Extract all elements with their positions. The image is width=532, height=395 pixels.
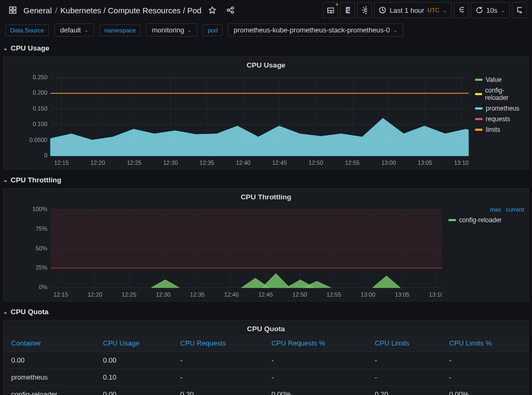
svg-text:13:10: 13:10 xyxy=(429,291,442,298)
var-namespace-select[interactable]: monitoring ⌄ xyxy=(146,23,197,37)
star-icon[interactable] xyxy=(205,3,220,18)
col-container[interactable]: Container xyxy=(4,335,96,352)
svg-text:100%: 100% xyxy=(32,206,47,212)
svg-text:12:20: 12:20 xyxy=(90,159,105,166)
caret-down-icon: ⌄ xyxy=(3,309,7,315)
legend-item-config-reloader[interactable]: config-reloader xyxy=(448,215,524,225)
template-variables-row: Data Source default ⌄ namespace monitori… xyxy=(0,20,532,42)
dashboard-grid-icon[interactable] xyxy=(5,3,20,18)
chevron-down-icon: ⌄ xyxy=(443,7,447,13)
svg-text:12:25: 12:25 xyxy=(122,291,137,298)
cpu-quota-table: Container CPU Usage CPU Requests CPU Req… xyxy=(4,335,528,395)
var-pod-label: pod xyxy=(203,24,222,36)
svg-line-9 xyxy=(229,11,231,12)
col-cpu-limits[interactable]: CPU Limits xyxy=(367,335,442,352)
caret-down-icon: ⌄ xyxy=(3,45,7,51)
svg-rect-13 xyxy=(347,7,350,9)
legend-item-requests[interactable]: requests xyxy=(475,114,524,124)
svg-text:0.100: 0.100 xyxy=(32,121,47,127)
legend-item-prometheus[interactable]: prometheus xyxy=(475,103,524,114)
table-cell: - xyxy=(367,369,442,386)
legend-item-value[interactable]: Value xyxy=(475,74,524,85)
time-range-picker[interactable]: Last 1 hour UTC ⌄ xyxy=(374,2,452,18)
var-namespace-value: monitoring xyxy=(152,26,184,34)
settings-gear-icon[interactable] xyxy=(357,2,372,18)
var-pod-select[interactable]: prometheus-kube-prometheus-stack-prometh… xyxy=(228,23,403,37)
table-cell: - xyxy=(442,369,528,386)
svg-rect-1 xyxy=(13,7,16,10)
table-cell: - xyxy=(367,352,442,369)
cpu-usage-chart[interactable]: 00.05000.1000.1500.2000.25012:1512:2012:… xyxy=(4,71,471,169)
caret-down-icon: ⌄ xyxy=(3,177,7,183)
svg-text:13:00: 13:00 xyxy=(381,159,396,166)
timezone-label: UTC xyxy=(427,7,439,13)
breadcrumb-folder[interactable]: General xyxy=(23,6,52,15)
svg-text:25%: 25% xyxy=(36,264,47,271)
legend-col-current[interactable]: current xyxy=(506,206,524,213)
svg-text:13:05: 13:05 xyxy=(395,291,410,298)
panel-cpu-usage-title: CPU Usage xyxy=(4,57,528,71)
var-datasource-select[interactable]: default ⌄ xyxy=(54,23,94,37)
svg-text:0.150: 0.150 xyxy=(32,105,47,112)
table-cell: 0.00% xyxy=(264,386,367,396)
svg-line-8 xyxy=(229,9,231,10)
svg-text:0.250: 0.250 xyxy=(32,74,47,80)
legend-col-max[interactable]: max xyxy=(490,206,501,213)
table-cell: config-reloader xyxy=(4,386,96,396)
table-cell: - xyxy=(442,352,528,369)
row-cpu-throttling-header[interactable]: ⌄ CPU Throttling xyxy=(0,174,532,186)
refresh-interval: 10s xyxy=(486,6,497,14)
col-cpu-requests[interactable]: CPU Requests xyxy=(173,335,264,352)
tv-mode-icon[interactable] xyxy=(512,2,527,18)
var-namespace-label: namespace xyxy=(99,24,140,36)
breadcrumb-dashboard[interactable]: Kubernetes / Compute Resources / Pod xyxy=(61,6,202,15)
cpu-throttling-legend: max current config-reloader xyxy=(444,203,528,301)
table-cell: 0.00% xyxy=(442,386,528,396)
col-cpu-requests-pct[interactable]: CPU Requests % xyxy=(264,335,367,352)
svg-text:75%: 75% xyxy=(36,225,47,232)
table-row: 0.000.00---- xyxy=(4,352,528,369)
breadcrumb-sep: / xyxy=(55,6,57,15)
toolbar-right: Last 1 hour UTC ⌄ 10s ⌄ xyxy=(323,2,527,18)
svg-text:13:00: 13:00 xyxy=(361,291,376,298)
row-cpu-quota-header[interactable]: ⌄ CPU Quota xyxy=(0,306,532,318)
refresh-picker[interactable]: 10s ⌄ xyxy=(471,2,510,18)
svg-text:12:15: 12:15 xyxy=(53,291,68,298)
panel-cpu-throttling-title: CPU Throttling xyxy=(4,189,528,203)
table-cell: 0.00 xyxy=(96,386,173,396)
svg-rect-14 xyxy=(347,11,350,13)
save-icon[interactable] xyxy=(340,2,355,18)
col-cpu-limits-pct[interactable]: CPU Limits % xyxy=(442,335,528,352)
table-cell: - xyxy=(173,369,264,386)
panel-cpu-throttling: CPU Throttling 0%25%50%75%100%12:1512:20… xyxy=(3,188,529,301)
table-cell: 0.00 xyxy=(4,352,96,369)
legend-item-config-reloader[interactable]: config-reloader xyxy=(475,85,524,103)
zoom-out-icon[interactable] xyxy=(454,2,469,18)
svg-text:0: 0 xyxy=(44,152,47,158)
svg-text:13:10: 13:10 xyxy=(454,159,469,166)
legend-item-limits[interactable]: limits xyxy=(475,124,524,135)
chevron-down-icon: ⌄ xyxy=(393,27,397,33)
add-panel-icon[interactable] xyxy=(323,2,338,18)
svg-text:12:45: 12:45 xyxy=(272,159,287,166)
svg-text:0%: 0% xyxy=(39,284,47,290)
var-pod-value: prometheus-kube-prometheus-stack-prometh… xyxy=(234,26,389,34)
svg-text:0.0500: 0.0500 xyxy=(29,137,47,143)
time-range-label: Last 1 hour xyxy=(389,6,424,14)
var-datasource-label: Data Source xyxy=(5,24,49,36)
row-cpu-usage-header[interactable]: ⌄ CPU Usage xyxy=(0,42,532,54)
cpu-throttling-chart[interactable]: 0%25%50%75%100%12:1512:2012:2512:3012:35… xyxy=(4,203,444,301)
table-cell: 0.00 xyxy=(96,352,173,369)
panel-cpu-usage: CPU Usage 00.05000.1000.1500.2000.25012:… xyxy=(3,56,529,170)
svg-text:12:15: 12:15 xyxy=(54,159,69,166)
table-cell: - xyxy=(264,352,367,369)
svg-text:12:25: 12:25 xyxy=(127,159,142,166)
panel-cpu-quota: CPU Quota Container CPU Usage CPU Reques… xyxy=(3,320,529,395)
svg-text:12:30: 12:30 xyxy=(163,159,178,166)
share-icon[interactable] xyxy=(223,3,238,18)
svg-text:12:20: 12:20 xyxy=(88,291,103,298)
svg-text:12:40: 12:40 xyxy=(236,159,251,166)
svg-marker-4 xyxy=(209,7,215,13)
svg-text:12:50: 12:50 xyxy=(293,291,307,298)
col-cpu-usage[interactable]: CPU Usage xyxy=(96,335,173,352)
